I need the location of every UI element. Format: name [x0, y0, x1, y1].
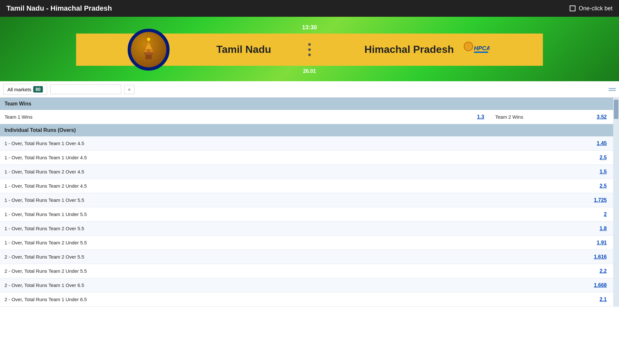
search-input[interactable] — [50, 84, 121, 94]
market-row-odds[interactable]: 2.1 — [587, 293, 613, 306]
market-row-odds[interactable]: 2.2 — [587, 265, 613, 277]
market-row-odds[interactable]: 1.616 — [587, 251, 613, 263]
team2-name: Himachal Pradesh — [364, 44, 454, 55]
svg-point-7 — [465, 43, 472, 50]
team2-wins-label: Team 2 Wins — [491, 111, 587, 123]
list-item: 1 - Over, Total Runs Team 2 Over 4.5 1.5 — [0, 165, 613, 179]
svg-rect-4 — [147, 49, 150, 52]
one-click-checkbox[interactable] — [570, 5, 575, 11]
team1-logo — [128, 29, 170, 71]
list-item: 1 - Over, Total Runs Team 2 Under 4.5 2.… — [0, 179, 613, 193]
market-row-label: 1 - Over, Total Runs Team 2 Under 4.5 — [0, 180, 587, 192]
markets-bar: All markets 80 × — [0, 81, 619, 98]
market-row-label: 2 - Over, Total Runs Team 2 Over 5.5 — [0, 251, 587, 263]
clear-search-button[interactable]: × — [124, 85, 134, 94]
team1-emblem-icon — [136, 37, 162, 63]
dot2 — [308, 48, 311, 51]
list-item: 2 - Over, Total Runs Team 2 Over 5.5 1.6… — [0, 250, 613, 264]
scroll-line-2 — [609, 90, 616, 91]
section-total-runs-title: Individual Total Runs (Overs) — [5, 127, 76, 133]
market-row-label: 1 - Over, Total Runs Team 1 Under 4.5 — [0, 152, 587, 163]
banner-teams: Tamil Nadu Himachal Pradesh HPCA — [0, 34, 619, 66]
market-row-label: 2 - Over, Total Runs Team 2 Under 5.5 — [0, 265, 587, 277]
svg-point-5 — [147, 38, 150, 41]
team2-block: Himachal Pradesh HPCA — [317, 34, 543, 66]
section-team-wins-title: Team Wins — [5, 101, 31, 106]
section-team-wins-header: Team Wins — [0, 98, 613, 110]
market-row-odds[interactable]: 1.8 — [587, 222, 613, 235]
list-item: 1 - Over, Total Runs Team 1 Over 4.5 1.4… — [0, 136, 613, 151]
list-item: 1 - Over, Total Runs Team 2 Over 5.5 1.8 — [0, 221, 613, 236]
list-item: 2 - Over, Total Runs Team 1 Under 6.5 2.… — [0, 292, 613, 307]
list-item: 2 - Over, Total Runs Team 2 Under 5.5 2.… — [0, 264, 613, 278]
market-row-odds[interactable]: 1.725 — [587, 194, 613, 206]
all-markets-button[interactable]: All markets 80 — [3, 84, 47, 95]
market-row-label: 1 - Over, Total Runs Team 1 Under 5.5 — [0, 208, 587, 220]
list-item: 2 - Over, Total Runs Team 1 Over 6.5 1.6… — [0, 278, 613, 292]
svg-rect-10 — [474, 52, 488, 53]
scroll-line-1 — [609, 88, 616, 89]
svg-rect-1 — [144, 52, 153, 55]
match-time: 13:30 — [302, 24, 317, 31]
market-row-label: 2 - Over, Total Runs Team 1 Under 6.5 — [0, 293, 587, 305]
scrollbar-thumb[interactable] — [614, 100, 618, 119]
dot3 — [308, 54, 311, 56]
team1-block: Tamil Nadu — [76, 34, 302, 66]
scroll-indicator — [609, 88, 616, 91]
market-row-odds[interactable]: 2 — [587, 208, 613, 221]
team-wins-row: Team 1 Wins 1.3 Team 2 Wins 3.52 — [0, 110, 613, 124]
one-click-bet-container: One-click bet — [570, 5, 613, 12]
market-row-label: 1 - Over, Total Runs Team 2 Over 4.5 — [0, 166, 587, 178]
team2-logo: HPCA — [460, 41, 489, 58]
hpca-logo-icon: HPCA — [460, 41, 489, 58]
all-markets-label: All markets — [7, 87, 31, 92]
main-content: Team Wins Team 1 Wins 1.3 Team 2 Wins 3.… — [0, 98, 619, 307]
market-row-label: 1 - Over, Total Runs Team 1 Over 4.5 — [0, 137, 587, 149]
market-row-odds[interactable]: 1.5 — [587, 166, 613, 178]
match-date: 26.01 — [303, 68, 316, 74]
market-row-label: 1 - Over, Total Runs Team 1 Over 5.5 — [0, 194, 587, 206]
header: Tamil Nadu - Himachal Pradesh One-click … — [0, 0, 619, 17]
list-item: 1 - Over, Total Runs Team 2 Under 5.5 1.… — [0, 236, 613, 250]
list-item: 1 - Over, Total Runs Team 1 Under 4.5 2.… — [0, 151, 613, 165]
page-title: Tamil Nadu - Himachal Pradesh — [6, 4, 112, 13]
team1-logo-inner — [131, 32, 166, 67]
market-row-odds[interactable]: 1.45 — [587, 137, 613, 150]
market-row-odds[interactable]: 2.5 — [587, 152, 613, 164]
match-banner: 13:30 Tamil Nadu — [0, 17, 619, 81]
market-row-label: 1 - Over, Total Runs Team 2 Under 5.5 — [0, 237, 587, 249]
svg-rect-0 — [145, 54, 152, 59]
dot1 — [308, 43, 311, 46]
market-row-label: 1 - Over, Total Runs Team 2 Over 5.5 — [0, 222, 587, 234]
markets-table: Team Wins Team 1 Wins 1.3 Team 2 Wins 3.… — [0, 98, 613, 307]
one-click-bet-label: One-click bet — [579, 5, 613, 12]
market-row-label: 2 - Over, Total Runs Team 1 Over 6.5 — [0, 279, 587, 291]
team1-wins-odds[interactable]: 1.3 — [465, 111, 491, 123]
markets-count: 80 — [33, 86, 43, 93]
list-item: 1 - Over, Total Runs Team 1 Over 5.5 1.7… — [0, 193, 613, 207]
market-row-odds[interactable]: 2.5 — [587, 180, 613, 192]
team2-wins-odds[interactable]: 3.52 — [587, 111, 613, 123]
list-item: 1 - Over, Total Runs Team 1 Under 5.5 2 — [0, 207, 613, 221]
scrollbar-track[interactable] — [613, 98, 619, 307]
market-row-odds[interactable]: 1.668 — [587, 279, 613, 291]
match-separator — [302, 34, 317, 66]
svg-text:HPCA: HPCA — [474, 45, 489, 52]
section-total-runs-header: Individual Total Runs (Overs) — [0, 124, 613, 136]
market-row-odds[interactable]: 1.91 — [587, 237, 613, 249]
team1-name: Tamil Nadu — [216, 44, 271, 55]
team1-wins-label: Team 1 Wins — [0, 111, 465, 123]
